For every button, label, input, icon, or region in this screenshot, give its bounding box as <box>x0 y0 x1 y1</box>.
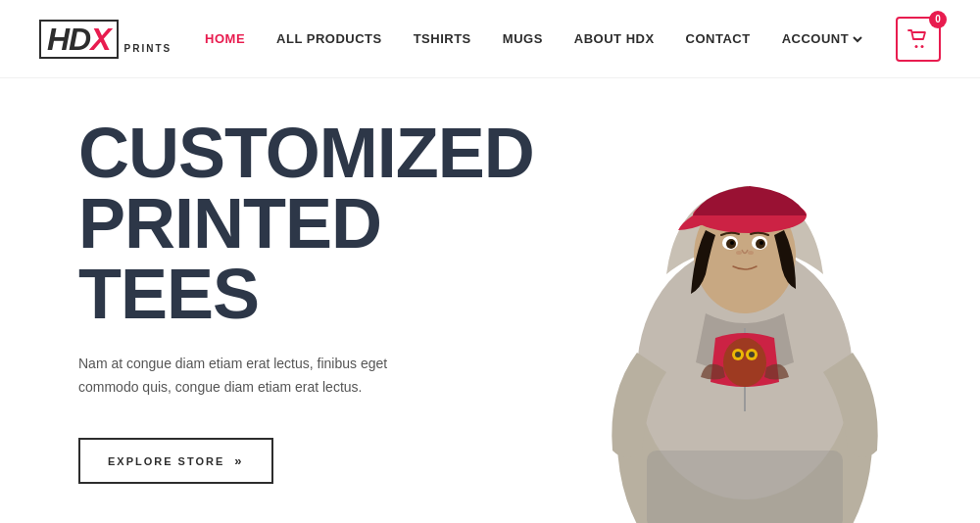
svg-point-0 <box>915 45 918 48</box>
hero-subtitle: Nam at congue diam etiam erat lectus, fi… <box>78 353 392 400</box>
logo-prints: PRINTS <box>124 43 172 54</box>
nav-home[interactable]: HOME <box>205 31 245 46</box>
svg-point-5 <box>723 338 766 387</box>
svg-point-18 <box>760 241 763 245</box>
nav-about-hdx[interactable]: ABOUT HDX <box>574 31 655 46</box>
svg-point-1 <box>921 45 924 48</box>
header: HDX PRINTS HOME ALL PRODUCTS TSHIRTS MUG… <box>0 0 980 78</box>
svg-point-9 <box>749 352 755 357</box>
explore-store-button[interactable]: EXPLORE STORE » <box>78 438 273 484</box>
hero-content: CUSTOMIZED PRINTED TEES Nam at congue di… <box>0 118 510 485</box>
cart-button[interactable]: 0 <box>896 17 941 62</box>
logo-text: HDX <box>47 22 111 57</box>
svg-point-19 <box>736 251 742 255</box>
hero-image <box>510 78 980 523</box>
nav-account[interactable]: ACCOUNT <box>782 31 863 46</box>
cart-icon <box>907 29 929 49</box>
main-nav: HOME ALL PRODUCTS TSHIRTS MUGS ABOUT HDX… <box>205 31 862 46</box>
hero-person-illustration <box>510 78 980 523</box>
hero-title: CUSTOMIZED PRINTED TEES <box>78 118 431 329</box>
svg-point-8 <box>735 352 741 357</box>
svg-point-17 <box>730 241 734 245</box>
logo[interactable]: HDX PRINTS <box>39 20 172 59</box>
cart-badge: 0 <box>929 11 947 28</box>
svg-rect-21 <box>647 451 843 523</box>
nav-all-products[interactable]: ALL PRODUCTS <box>276 31 382 46</box>
svg-point-20 <box>748 251 754 255</box>
nav-mugs[interactable]: MUGS <box>503 31 543 46</box>
hero-section: CUSTOMIZED PRINTED TEES Nam at congue di… <box>0 78 980 523</box>
nav-contact[interactable]: CONTACT <box>686 31 751 46</box>
nav-tshirts[interactable]: TSHIRTS <box>414 31 471 46</box>
